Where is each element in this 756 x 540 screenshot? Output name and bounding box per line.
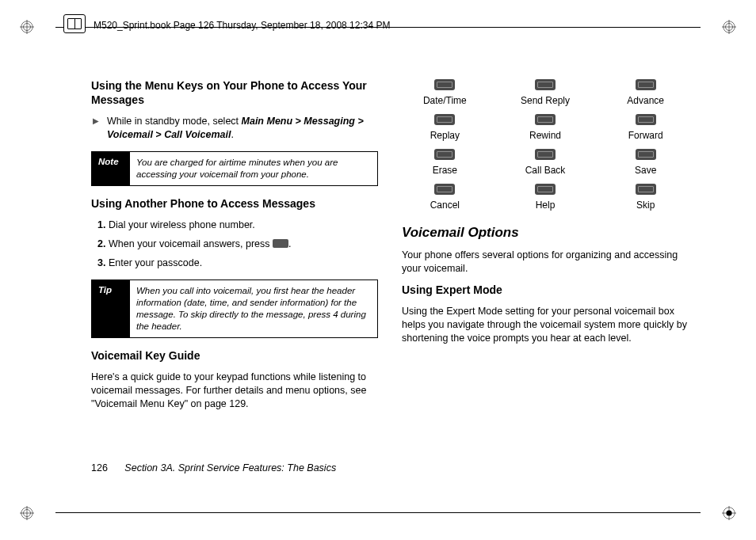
note-label: Note (92, 152, 130, 185)
expert-mode-text: Using the Expert Mode setting for your p… (402, 305, 689, 345)
key-label: Cancel (430, 200, 460, 211)
phone-key-icon (434, 79, 455, 90)
step-3: Enter your passcode. (109, 257, 378, 270)
key-erase: Erase (402, 149, 488, 176)
right-column: Date/Time Send Reply Advance Replay Rewi… (402, 79, 689, 477)
key-label: Save (635, 165, 656, 176)
key-guide-text: Here's a quick guide to your keypad func… (91, 371, 378, 411)
key-save: Save (602, 149, 689, 176)
tip-callout: Tip When you call into voicemail, you fi… (91, 280, 378, 338)
key-label: Send Reply (521, 95, 570, 106)
step-1: Dial your wireless phone number. (109, 219, 378, 232)
play-arrow-icon: ▶ (93, 116, 99, 127)
note-text: You are charged for airtime minutes when… (130, 152, 377, 185)
phone-key-icon (636, 184, 656, 195)
key-rewind: Rewind (502, 114, 589, 141)
instruction-standby: ▶ While in standby mode, select Main Men… (91, 115, 378, 142)
page-footer: 126 Section 3A. Sprint Service Features:… (91, 462, 336, 473)
key-send-reply: Send Reply (502, 79, 589, 106)
phone-key-icon (434, 149, 455, 160)
crop-rule (55, 512, 701, 513)
key-label: Erase (433, 165, 457, 176)
key-label: Forward (628, 130, 663, 141)
step-2-text: When your voicemail answers, press (109, 238, 273, 249)
phone-key-icon (535, 114, 556, 125)
keypad-grid: Date/Time Send Reply Advance Replay Rewi… (402, 79, 689, 211)
left-column: Using the Menu Keys on Your Phone to Acc… (91, 79, 378, 477)
phone-key-icon (535, 149, 556, 160)
key-label: Date/Time (423, 95, 467, 106)
tip-text: When you call into voicemail, you first … (130, 280, 377, 337)
phone-key-icon (636, 114, 656, 125)
phone-key-icon (636, 149, 656, 160)
key-label: Rewind (529, 130, 561, 141)
key-skip: Skip (602, 184, 689, 211)
phone-key-icon (636, 79, 656, 90)
svg-point-15 (726, 510, 731, 515)
instruction-suffix: . (231, 129, 233, 140)
footer-section: Section 3A. Sprint Service Features: The… (124, 462, 336, 473)
page-number: 126 (91, 462, 108, 473)
key-help: Help (502, 184, 589, 211)
key-date-time: Date/Time (402, 79, 488, 106)
page-content: Using the Menu Keys on Your Phone to Acc… (91, 79, 689, 477)
instruction-prefix: While in standby mode, select (107, 116, 242, 127)
key-forward: Forward (602, 114, 689, 141)
key-replay: Replay (402, 114, 488, 141)
crop-mark-icon (722, 20, 736, 34)
key-label: Help (536, 200, 556, 211)
heading-expert-mode: Using Expert Mode (402, 283, 689, 298)
key-label: Call Back (525, 165, 566, 176)
heading-menu-keys: Using the Menu Keys on Your Phone to Acc… (91, 79, 378, 107)
step-2-suffix: . (288, 238, 291, 249)
phone-key-icon (434, 184, 455, 195)
steps-list: Dial your wireless phone number. When yo… (91, 219, 378, 270)
crop-mark-icon (20, 20, 34, 34)
key-label: Skip (636, 200, 655, 211)
note-callout: Note You are charged for airtime minutes… (91, 151, 378, 186)
key-advance: Advance (602, 79, 689, 106)
heading-key-guide: Voicemail Key Guide (91, 349, 378, 363)
phone-key-icon (535, 79, 556, 90)
keycap-icon (273, 239, 288, 248)
heading-another-phone: Using Another Phone to Access Messages (91, 197, 378, 211)
section-voicemail-options: Voicemail Options (402, 225, 689, 241)
crop-mark-icon (20, 506, 34, 520)
crop-mark-icon (722, 506, 736, 520)
phone-key-icon (434, 114, 455, 125)
book-icon (63, 14, 86, 33)
key-call-back: Call Back (502, 149, 589, 176)
key-cancel: Cancel (402, 184, 488, 211)
key-label: Replay (430, 130, 460, 141)
header-filename: M520_Sprint.book Page 126 Thursday, Sept… (94, 17, 390, 31)
phone-key-icon (535, 184, 556, 195)
key-label: Advance (627, 95, 664, 106)
page-header: M520_Sprint.book Page 126 Thursday, Sept… (63, 14, 693, 33)
voicemail-options-intro: Your phone offers several options for or… (402, 249, 689, 276)
tip-label: Tip (92, 280, 130, 337)
step-2: When your voicemail answers, press . (109, 238, 378, 251)
